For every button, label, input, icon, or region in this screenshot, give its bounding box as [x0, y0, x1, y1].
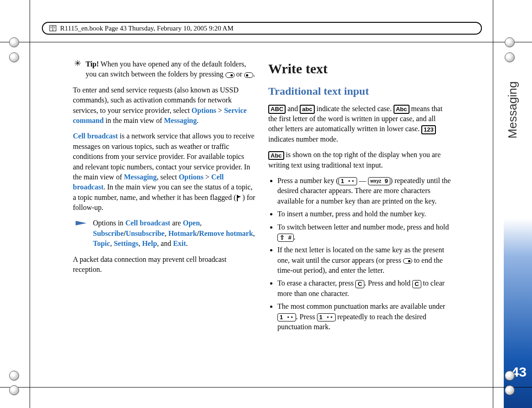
para-service-cmd: To enter and send service requests (also…	[73, 85, 256, 126]
link-messaging: Messaging	[164, 117, 197, 124]
link-topic: Topic	[93, 240, 110, 247]
bullet-next-letter: If the next letter is located on the sam…	[277, 245, 451, 275]
link-open: Open	[183, 219, 200, 227]
scroll-right-icon	[225, 72, 235, 78]
case-upper-icon: ABC	[268, 105, 286, 114]
book-icon	[49, 25, 56, 32]
bullet-punctuation: The most common punctuation marks are av…	[277, 301, 451, 332]
left-column: ✳ Tip! When you have opened any of the d…	[73, 59, 256, 335]
para-traditional-indicator: Abc is shown on the top right of the dis…	[268, 150, 451, 170]
section-label: Messaging	[504, 99, 521, 138]
crop-circle	[9, 52, 19, 62]
flag-icon	[236, 194, 242, 201]
right-column: Write text Traditional text input ABC an…	[268, 59, 451, 335]
link-messaging-2: Messaging	[124, 173, 157, 181]
scroll-right-icon-2	[403, 258, 412, 264]
clear-key-icon-2: C	[412, 280, 421, 288]
crop-line-top	[0, 42, 532, 42]
scroll-left-icon	[244, 72, 253, 78]
crop-circle	[505, 52, 515, 62]
link-settings: Settings	[114, 240, 138, 247]
crop-circle	[9, 371, 19, 381]
running-header-text: R1115_en.book Page 43 Thursday, February…	[60, 24, 234, 33]
heading-write-text: Write text	[268, 59, 451, 78]
hash-key-icon: ⇧ #	[277, 234, 294, 242]
link-cell-broadcast: Cell broadcast	[73, 132, 118, 140]
bullet-insert-number: To insert a number, press and hold the n…	[277, 209, 451, 219]
tip-text-a: When you have opened any of the default …	[86, 60, 246, 78]
options-note: Options in Cell broadcast are Open, Subs…	[73, 218, 256, 249]
heading-traditional: Traditional text input	[268, 84, 451, 99]
link-hotmark: Hotmark	[168, 230, 197, 237]
key-9-icon: wxyz 9	[368, 177, 390, 185]
link-subscribe: Subscribe	[93, 230, 124, 237]
link-remove-hotmark: Remove hotmark	[199, 230, 253, 237]
crop-line-bottom	[0, 387, 532, 388]
traditional-mode-icon: Abc	[268, 151, 284, 160]
tip-icon: ✳	[73, 59, 82, 80]
crop-circle	[505, 371, 515, 381]
bullet-press-key: Press a number key (1 ⚬⚬ — wxyz 9) repea…	[277, 176, 451, 206]
para-case-indicators: ABC and abc indicate the selected case. …	[268, 104, 451, 145]
running-header: R1115_en.book Page 43 Thursday, February…	[42, 22, 482, 35]
crop-circle	[505, 37, 515, 47]
crop-line-left	[30, 0, 30, 408]
crop-line-right	[493, 0, 493, 408]
tip-text-b: or	[235, 70, 244, 78]
crop-circle	[505, 385, 515, 395]
key-1-icon-2: 1 ⚬⚬	[277, 313, 296, 321]
tip-block: ✳ Tip! When you have opened any of the d…	[73, 59, 256, 80]
clear-key-icon: C	[355, 280, 364, 288]
crop-circle	[9, 385, 19, 395]
link-exit: Exit	[173, 240, 186, 247]
key-1-icon-3: 1 ⚬⚬	[317, 313, 336, 321]
number-mode-icon: 123	[421, 125, 436, 134]
crop-circle	[9, 37, 19, 47]
bullet-switch-mode: To switch between letter and number mode…	[277, 222, 451, 243]
bullet-list: Press a number key (1 ⚬⚬ — wxyz 9) repea…	[268, 176, 451, 332]
note-triangle-icon	[76, 220, 88, 226]
case-lower-icon: abc	[300, 105, 314, 114]
case-title-icon: Abc	[394, 105, 409, 114]
link-help: Help	[142, 240, 157, 247]
link-options: Options	[192, 107, 216, 114]
para-packet-data: A packet data connection may prevent cel…	[73, 255, 256, 275]
para-cell-broadcast: Cell broadcast is a network service that…	[73, 131, 256, 213]
link-unsubscribe: Unsubscribe	[126, 230, 164, 237]
bullet-erase: To erase a character, press C. Press and…	[277, 278, 451, 299]
key-1-icon: 1 ⚬⚬	[338, 177, 357, 185]
link-options-2: Options	[179, 173, 203, 181]
tip-label: Tip!	[86, 60, 99, 68]
